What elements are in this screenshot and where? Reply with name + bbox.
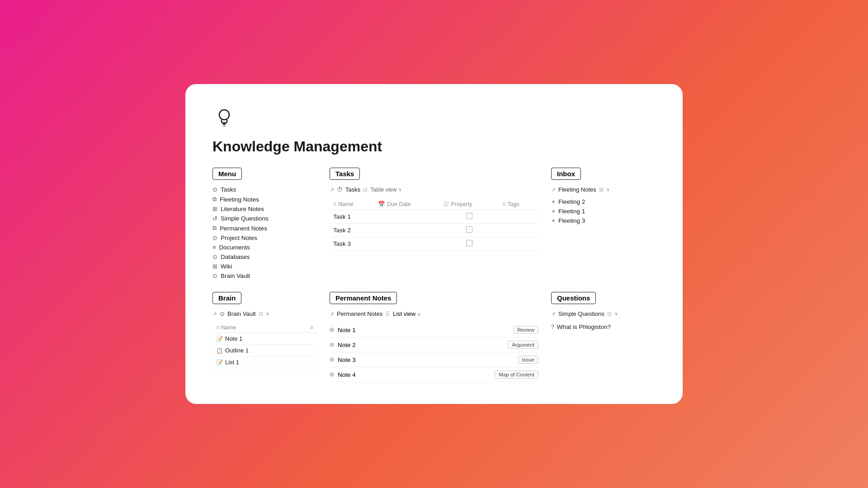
questions-widget: Questions ↗ Simple Questions ⊟ ∨ ? What … xyxy=(551,292,656,382)
tasks-header: ↗ ⏱ Tasks ⊟ Table view ∨ xyxy=(330,186,538,193)
task2-name: Task 2 xyxy=(330,224,374,237)
task3-tags xyxy=(499,237,538,251)
brain-list1-icon: 📝 xyxy=(216,359,223,366)
tasks-view-chevron: ∨ xyxy=(398,187,402,192)
page-title: Knowledge Management xyxy=(212,138,656,155)
col-tags: ≡Tags xyxy=(499,198,538,210)
perm-item3-dot xyxy=(330,357,334,362)
perm-item1-left: Note 1 xyxy=(330,327,356,333)
widgets-row1: Menu ⊙ Tasks ⧉ Fleeting Notes ⊞ Literatu… xyxy=(212,168,656,279)
fleeting-item-3[interactable]: ✦ Fleeting 3 xyxy=(551,217,656,224)
brain-row-2: 📋Outline 1 xyxy=(212,345,317,357)
inbox-title: Inbox xyxy=(551,168,581,180)
fleeting-item-1[interactable]: ✦ Fleeting 2 xyxy=(551,198,656,205)
menu-item-brainvault-label: Brain Vault xyxy=(221,272,250,279)
perm-item1-dot xyxy=(330,328,334,332)
perm-list-icon: ☰ xyxy=(385,311,390,317)
perm-item3-left: Note 3 xyxy=(330,357,356,363)
perm-item2-left: Note 2 xyxy=(330,342,356,348)
questions-list: ? What is Phlogiston? xyxy=(551,324,656,330)
menu-item-documents[interactable]: ≡ Documents xyxy=(212,244,317,251)
perm-view-label[interactable]: List view ∨ xyxy=(393,310,420,317)
task1-tags xyxy=(499,210,538,224)
inbox-chevron[interactable]: ∨ xyxy=(606,187,610,192)
menu-item-literature[interactable]: ⊞ Literature Notes xyxy=(212,206,317,212)
menu-item-literature-label: Literature Notes xyxy=(221,206,264,212)
questions-chevron[interactable]: ∨ xyxy=(614,311,618,317)
perm-item-1[interactable]: Note 1 Review xyxy=(330,323,538,338)
fleeting2-label: Fleeting 1 xyxy=(558,208,585,215)
perm-item-3[interactable]: Note 3 Issue xyxy=(330,352,538,367)
main-card: Knowledge Management Menu ⊙ Tasks ⧉ Flee… xyxy=(185,84,683,404)
menu-item-databases[interactable]: ⊙ Databases xyxy=(212,253,317,260)
tasks-menu-icon: ⊙ xyxy=(212,186,217,193)
perm-arrow-icon[interactable]: ↗ xyxy=(330,311,334,317)
perm-item-4[interactable]: Note 4 Map of Content xyxy=(330,367,538,382)
tasks-table: ≡Name 📅Due Date ☑Property ≡Tags Task 1 xyxy=(330,198,538,251)
widgets-row2: Brain ↗ ⊙ Brain Vault ⊟ ∨ ≡Name # xyxy=(212,292,656,382)
fleeting-menu-icon: ⧉ xyxy=(212,196,217,203)
tasks-arrow-icon[interactable]: ↗ xyxy=(330,187,334,193)
perm-item-2[interactable]: Note 2 Argument xyxy=(330,338,538,352)
brain-row-1: 📝Note 1 xyxy=(212,333,317,345)
brain-list1: 📝List 1 xyxy=(212,357,295,368)
perm-item1-name: Note 1 xyxy=(338,327,356,333)
perm-item2-dot xyxy=(330,343,334,347)
fleeting-notes-label: Fleeting Notes xyxy=(558,186,596,193)
brain-arrow-icon[interactable]: ↗ xyxy=(212,311,217,317)
inbox-arrow-icon[interactable]: ↗ xyxy=(551,187,556,193)
menu-item-permanent[interactable]: ⧉ Permanent Notes xyxy=(212,225,317,232)
fleeting3-label: Fleeting 3 xyxy=(558,217,585,224)
menu-item-project-label: Project Notes xyxy=(221,235,257,241)
brain-title: Brain xyxy=(212,292,241,304)
wiki-menu-icon: ⊞ xyxy=(212,263,217,270)
brain-col-name: ≡Name xyxy=(212,323,295,333)
perm-item3-name: Note 3 xyxy=(338,357,356,363)
menu-item-brainvault[interactable]: ⊙ Brain Vault xyxy=(212,272,317,279)
task3-checkbox[interactable] xyxy=(466,240,472,246)
task2-tags xyxy=(499,224,538,237)
tasks-header-label: Tasks xyxy=(345,186,360,193)
task1-checkbox[interactable] xyxy=(466,213,472,219)
task1-property[interactable] xyxy=(440,210,499,224)
tasks-title: Tasks xyxy=(330,168,360,180)
question1-icon: ? xyxy=(551,324,554,330)
task3-property[interactable] xyxy=(440,237,499,251)
menu-item-simple[interactable]: ↺ Simple Questions xyxy=(212,215,317,222)
questions-arrow-icon[interactable]: ↗ xyxy=(551,311,556,317)
task-row-3: Task 3 xyxy=(330,237,538,251)
menu-item-documents-label: Documents xyxy=(219,244,250,251)
menu-item-project[interactable]: ⊙ Project Notes xyxy=(212,235,317,241)
task-row-1: Task 1 xyxy=(330,210,538,224)
tasks-widget: Tasks ↗ ⏱ Tasks ⊟ Table view ∨ ≡Name 📅Du… xyxy=(330,168,538,279)
svg-point-0 xyxy=(219,110,229,120)
menu-item-tasks-label: Tasks xyxy=(221,186,236,193)
menu-item-tasks[interactable]: ⊙ Tasks xyxy=(212,186,317,193)
menu-title: Menu xyxy=(212,168,242,180)
inbox-widget: Inbox ↗ Fleeting Notes ⊞ ∨ ✦ Fleeting 2 … xyxy=(551,168,656,279)
question-item-1[interactable]: ? What is Phlogiston? xyxy=(551,324,656,330)
perm-item1-tag: Review xyxy=(513,326,538,334)
fleeting-item-2[interactable]: ✦ Fleeting 1 xyxy=(551,208,656,215)
documents-menu-icon: ≡ xyxy=(212,244,216,251)
inbox-grid-icon: ⊞ xyxy=(599,187,604,193)
inbox-header: ↗ Fleeting Notes ⊞ ∨ xyxy=(551,186,656,193)
task2-property[interactable] xyxy=(440,224,499,237)
brain-chevron[interactable]: ∨ xyxy=(266,311,269,317)
brain-outline1-icon: 📋 xyxy=(216,347,223,354)
brain-grid-icon: ⊟ xyxy=(259,311,263,317)
permanent-notes-widget: Permanent Notes ↗ Permanent Notes ☰ List… xyxy=(330,292,538,382)
brain-table: ≡Name # 📝Note 1 📋Outline 1 xyxy=(212,323,317,368)
simple-menu-icon: ↺ xyxy=(212,215,217,222)
menu-widget: Menu ⊙ Tasks ⧉ Fleeting Notes ⊞ Literatu… xyxy=(212,168,317,279)
task-row-2: Task 2 xyxy=(330,224,538,237)
menu-item-wiki[interactable]: ⊞ Wiki xyxy=(212,263,317,270)
tasks-view-label[interactable]: Table view ∨ xyxy=(370,187,401,193)
brain-widget: Brain ↗ ⊙ Brain Vault ⊟ ∨ ≡Name # xyxy=(212,292,317,382)
menu-item-fleeting[interactable]: ⧉ Fleeting Notes xyxy=(212,196,317,203)
task2-checkbox[interactable] xyxy=(466,226,472,233)
perm-item4-left: Note 4 xyxy=(330,371,356,378)
brain-vault-label: Brain Vault xyxy=(227,310,256,317)
tasks-clock-icon: ⏱ xyxy=(337,186,343,193)
brain-col-hash: # xyxy=(295,323,317,333)
